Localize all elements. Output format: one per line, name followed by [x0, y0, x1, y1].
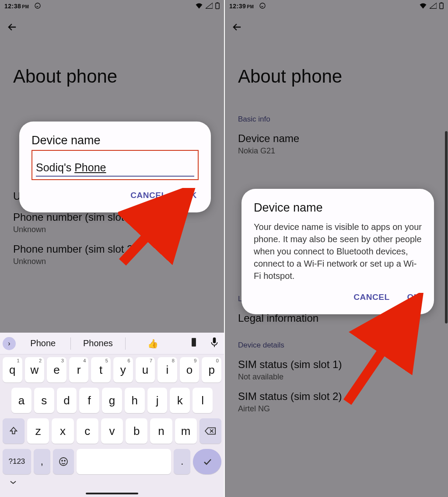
key-g[interactable]: g	[102, 388, 122, 413]
device-name-input[interactable]: Sodiq's Phone	[35, 160, 195, 178]
key-z[interactable]: z	[27, 418, 49, 444]
microphone-icon[interactable]	[207, 337, 221, 350]
key-e[interactable]: e3	[47, 357, 66, 382]
key-k[interactable]: k	[170, 388, 190, 413]
cancel-button[interactable]: CANCEL	[354, 292, 389, 302]
key-n[interactable]: n	[150, 418, 172, 444]
space-key[interactable]	[77, 449, 171, 474]
key-c[interactable]: c	[77, 418, 98, 444]
screenshot-right: 12:39PM About phone Basic info Device na…	[224, 0, 448, 497]
svg-point-8	[64, 460, 65, 461]
key-v[interactable]: v	[101, 418, 123, 444]
suggestion-emoji[interactable]	[180, 337, 207, 349]
svg-point-7	[62, 460, 63, 461]
svg-rect-5	[213, 337, 216, 343]
screenshot-left: 12:38PM About phone User Experience Prog…	[0, 0, 224, 497]
keyboard[interactable]: › Phone Phones 👍 q1w2e3r4t5y6u7i8o9p0 as…	[0, 333, 224, 497]
highlight-box: Sodiq's Phone	[32, 150, 199, 180]
cancel-button[interactable]: CANCEL	[130, 191, 166, 200]
key-i[interactable]: i8	[158, 357, 177, 382]
key-j[interactable]: j	[147, 388, 168, 413]
ok-button[interactable]: OK	[184, 191, 197, 200]
emoji-key[interactable]	[53, 449, 74, 474]
key-l[interactable]: l	[192, 388, 213, 413]
dialog-title: Device name	[254, 201, 422, 215]
suggestion[interactable]: Phones	[71, 338, 126, 348]
comma-key[interactable]: ,	[34, 449, 50, 474]
suggestion-bar: › Phone Phones 👍	[0, 333, 224, 355]
shift-key[interactable]	[3, 418, 24, 444]
key-m[interactable]: m	[175, 418, 197, 444]
key-f[interactable]: f	[79, 388, 99, 413]
dialog-title: Device name	[32, 134, 199, 147]
key-d[interactable]: d	[57, 388, 77, 413]
svg-rect-4	[192, 338, 196, 347]
key-o[interactable]: o9	[180, 357, 200, 382]
key-b[interactable]: b	[126, 418, 147, 444]
ok-button[interactable]: OK	[407, 292, 420, 302]
chevron-right-icon[interactable]: ›	[3, 337, 16, 350]
dialog-message: Your device name is visible to apps on y…	[254, 221, 422, 282]
keyboard-collapse-icon[interactable]	[9, 479, 18, 487]
svg-point-6	[60, 458, 67, 466]
enter-key[interactable]	[193, 449, 221, 474]
key-x[interactable]: x	[52, 418, 74, 444]
key-u[interactable]: u7	[136, 357, 155, 382]
key-w[interactable]: w2	[25, 357, 45, 382]
key-q[interactable]: q1	[3, 357, 22, 382]
suggestion-emoji[interactable]: 👍	[126, 338, 180, 349]
key-r[interactable]: r4	[69, 357, 89, 382]
input-value: Sodiq's Phone	[36, 161, 106, 174]
nav-handle[interactable]	[86, 493, 138, 494]
key-h[interactable]: h	[125, 388, 145, 413]
backspace-key[interactable]	[200, 418, 221, 444]
key-y[interactable]: y6	[113, 357, 133, 382]
device-name-info-dialog: Device name Your device name is visible …	[242, 189, 434, 314]
key-p[interactable]: p0	[202, 357, 221, 382]
device-name-dialog: Device name Sodiq's Phone CANCEL OK	[19, 122, 211, 212]
key-s[interactable]: s	[34, 388, 54, 413]
period-key[interactable]: .	[174, 449, 190, 474]
key-a[interactable]: a	[11, 388, 32, 413]
suggestion[interactable]: Phone	[16, 338, 70, 348]
numeric-key[interactable]: ?123	[3, 449, 31, 474]
key-t[interactable]: t5	[91, 357, 111, 382]
